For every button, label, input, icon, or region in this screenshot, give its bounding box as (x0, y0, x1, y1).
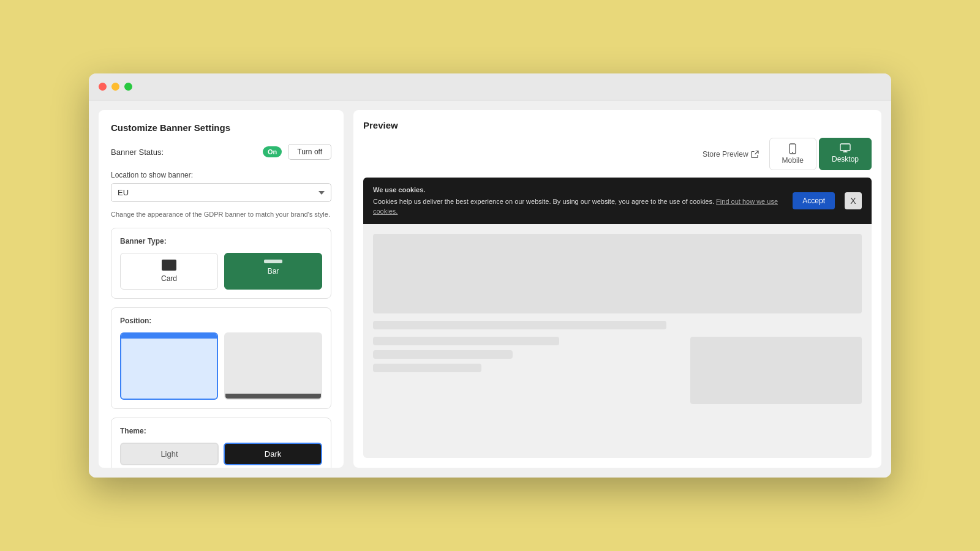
store-preview-link[interactable]: Store Preview (703, 150, 760, 159)
banner-type-row: Card Bar (120, 253, 322, 290)
position-label: Position: (120, 317, 322, 325)
skeleton-line-3 (373, 350, 513, 359)
skeleton-col-left (373, 337, 683, 404)
preview-controls: Store Preview Mobile (363, 138, 872, 170)
skeleton-hero (373, 234, 862, 313)
card-label: Card (161, 274, 177, 283)
close-button[interactable] (99, 83, 107, 91)
preview-area: We use cookies. Cookies help us deliver … (363, 178, 872, 458)
minimize-button[interactable] (111, 83, 119, 91)
light-theme-button[interactable]: Light (120, 443, 219, 465)
bar-icon (264, 260, 282, 263)
theme-label: Theme: (120, 427, 322, 435)
desktop-label: Desktop (832, 155, 859, 163)
theme-row: Light Dark (120, 443, 322, 465)
position-bottom-option[interactable] (224, 332, 322, 400)
status-badge: On (263, 146, 282, 157)
theme-section: Theme: Light Dark (111, 418, 331, 468)
preview-body (363, 224, 872, 414)
bar-label: Bar (268, 267, 279, 276)
svg-rect-2 (840, 144, 850, 151)
bar-type-button[interactable]: Bar (224, 253, 322, 290)
cookie-title: We use cookies. (373, 185, 783, 195)
location-label: Location to show banner: (111, 171, 331, 179)
external-link-icon (751, 150, 760, 159)
traffic-lights (99, 83, 132, 91)
skeleton-line-1 (373, 321, 666, 329)
position-top-option[interactable] (120, 332, 218, 400)
skeleton-col-right (690, 337, 862, 404)
svg-point-1 (792, 152, 793, 153)
device-buttons: Mobile Desktop (769, 138, 872, 170)
banner-type-section: Banner Type: Card Bar (111, 228, 331, 299)
top-bar-indicator (121, 334, 217, 339)
main-content: Customize Banner Settings Banner Status:… (89, 100, 891, 478)
status-row-right: On Turn off (263, 144, 331, 160)
turn-off-button[interactable]: Turn off (288, 144, 331, 160)
right-panel: Preview Store Preview (353, 110, 881, 468)
app-window: Customize Banner Settings Banner Status:… (89, 73, 891, 478)
card-type-button[interactable]: Card (120, 253, 218, 290)
titlebar (89, 73, 891, 100)
hint-text: Change the appearance of the GDPR banner… (111, 211, 331, 218)
close-cookie-button[interactable]: X (845, 192, 862, 209)
bottom-bar-indicator (225, 394, 321, 399)
left-panel: Customize Banner Settings Banner Status:… (99, 110, 344, 468)
desktop-icon (840, 143, 851, 153)
cookie-banner: We use cookies. Cookies help us deliver … (363, 178, 872, 224)
card-icon (162, 260, 176, 271)
position-row (120, 332, 322, 400)
location-select[interactable]: EU US Global Custom (111, 183, 331, 202)
skeleton-line-4 (373, 364, 481, 372)
banner-status-label: Banner Status: (111, 148, 164, 157)
banner-type-label: Banner Type: (120, 237, 322, 246)
desktop-button[interactable]: Desktop (819, 138, 872, 170)
dark-theme-button[interactable]: Dark (224, 443, 322, 465)
store-preview-label: Store Preview (703, 150, 748, 159)
cookie-text: We use cookies. Cookies help us deliver … (373, 185, 783, 217)
preview-title: Preview (363, 120, 872, 130)
accept-button[interactable]: Accept (793, 192, 835, 209)
mobile-button[interactable]: Mobile (769, 138, 816, 170)
panel-title: Customize Banner Settings (111, 122, 331, 133)
banner-status-row: Banner Status: On Turn off (111, 144, 331, 160)
mobile-icon (788, 143, 797, 154)
cookie-body: Cookies help us deliver the best experie… (373, 198, 714, 205)
skeleton-line-2 (373, 337, 559, 345)
maximize-button[interactable] (124, 83, 132, 91)
position-section: Position: (111, 307, 331, 409)
skeleton-row (373, 337, 862, 404)
mobile-label: Mobile (782, 156, 804, 165)
